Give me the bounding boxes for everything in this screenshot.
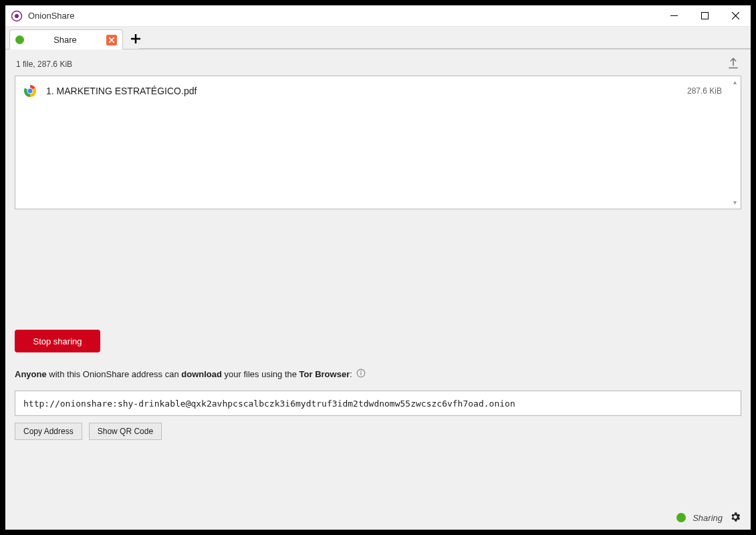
status-dot-icon xyxy=(676,513,686,522)
file-list: ▴ 1. MARKETING ESTRATÉGICO.pdf 287.6 KiB… xyxy=(15,76,741,209)
files-header: 1 file, 287.6 KiB xyxy=(5,49,751,76)
close-tab-button[interactable] xyxy=(106,35,117,45)
tab-strip: Share xyxy=(5,27,751,49)
address-buttons: Copy Address Show QR Code xyxy=(15,423,741,440)
copy-address-button[interactable]: Copy Address xyxy=(15,423,82,440)
status-label: Sharing xyxy=(692,513,723,523)
close-button[interactable] xyxy=(720,5,751,26)
svg-rect-3 xyxy=(701,13,708,19)
svg-point-14 xyxy=(28,89,33,94)
status-bar: Sharing xyxy=(5,506,751,530)
maximize-button[interactable] xyxy=(689,5,720,26)
svg-point-17 xyxy=(360,371,361,372)
scroll-up-icon[interactable]: ▴ xyxy=(730,78,739,87)
file-row[interactable]: 1. MARKETING ESTRATÉGICO.pdf 287.6 KiB xyxy=(15,76,741,106)
svg-line-4 xyxy=(732,12,739,19)
onion-address-field[interactable]: http://onionshare:shy-drinkable@qxk2avhp… xyxy=(15,391,741,416)
info-text: Anyone with this OnionShare address can … xyxy=(15,368,741,380)
tab-label: Share xyxy=(28,35,102,45)
window-controls xyxy=(658,5,751,26)
file-size: 287.6 KiB xyxy=(687,86,722,96)
scroll-down-icon[interactable]: ▾ xyxy=(730,198,739,207)
add-tab-button[interactable] xyxy=(126,29,146,49)
titlebar: OnionShare xyxy=(5,5,751,27)
app-window: OnionShare Share 1 file, 287.6 KiB xyxy=(0,0,756,535)
svg-line-5 xyxy=(732,12,739,19)
app-icon xyxy=(11,10,23,22)
info-icon[interactable] xyxy=(356,368,366,380)
stop-sharing-button[interactable]: Stop sharing xyxy=(15,330,100,352)
minimize-button[interactable] xyxy=(658,5,689,26)
svg-point-1 xyxy=(15,14,19,18)
show-qr-button[interactable]: Show QR Code xyxy=(89,423,162,440)
window-title: OnionShare xyxy=(28,11,74,21)
tab-share[interactable]: Share xyxy=(9,29,123,49)
status-dot-icon xyxy=(15,35,24,44)
content-area: Stop sharing Anyone with this OnionShare… xyxy=(5,209,751,506)
files-summary: 1 file, 287.6 KiB xyxy=(16,60,72,69)
spacer xyxy=(15,209,741,310)
settings-button[interactable] xyxy=(729,511,741,525)
onion-address-text: http://onionshare:shy-drinkable@qxk2avhp… xyxy=(23,399,515,409)
upload-icon[interactable] xyxy=(727,56,740,72)
file-type-icon xyxy=(22,83,38,99)
file-name: 1. MARKETING ESTRATÉGICO.pdf xyxy=(46,86,197,96)
